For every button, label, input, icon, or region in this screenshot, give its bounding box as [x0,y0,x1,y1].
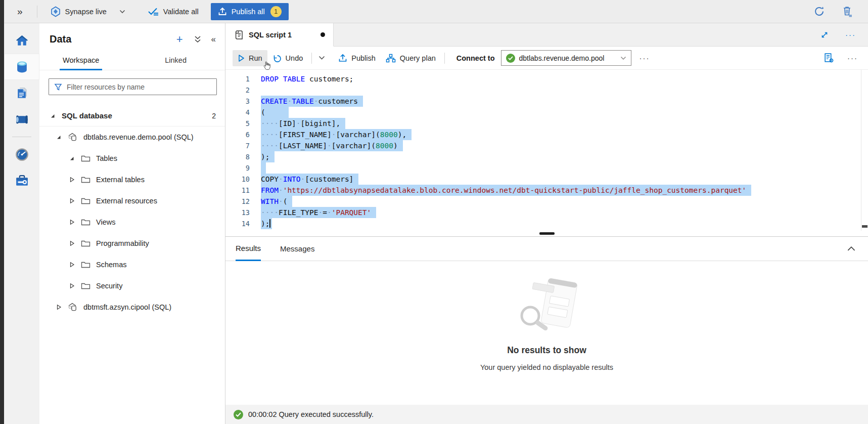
code-line[interactable]: 5····[ID]·[bigint], [225,118,868,129]
tree-item-schemas[interactable]: Schemas [39,254,225,275]
rail-item-manage[interactable] [4,167,39,194]
code-line[interactable]: 3CREATE·TABLE·customers [225,96,868,107]
line-number: 3 [225,96,250,107]
folder-icon [81,261,90,269]
caret-collapsed-icon[interactable] [69,283,75,289]
expand-editor-icon[interactable] [820,30,829,39]
code-line[interactable]: 4( [225,107,868,118]
expand-rail-icon[interactable]: » [17,6,23,17]
caret-collapsed-icon[interactable] [56,304,62,310]
caret-collapsed-icon[interactable] [69,177,75,183]
line-number: 1 [225,73,250,84]
code-line[interactable]: 1DROP TABLE customers; [225,73,868,84]
code-line[interactable]: 9 [225,162,868,174]
line-number: 11 [225,185,250,196]
caret-expanded-icon[interactable] [56,134,62,140]
rail-item-data[interactable] [4,54,39,80]
tree-item-external-resources[interactable]: External resources [39,190,225,211]
sql-pool-icon [68,133,78,142]
script-settings-icon[interactable] [824,53,834,63]
undo-dropdown-chevron-icon[interactable] [315,56,328,60]
tree-label: dbtmsft.azsyn.cipool (SQL) [83,303,171,311]
editor-more-icon[interactable]: ··· [847,54,858,62]
success-check-icon [234,410,243,419]
pool-connected-icon [506,54,515,63]
code-line[interactable]: 6····[FIRST_NAME]·[varchar](8000), [225,129,868,140]
connect-to-pool-dropdown[interactable]: dbtlabs.revenue.demo.pool [501,50,631,66]
undo-button[interactable]: Undo [267,50,308,66]
run-play-icon [238,54,245,62]
code-token: [customers] [305,175,353,183]
tree-item-tables[interactable]: Tables [39,148,225,169]
chevron-down-icon[interactable] [119,10,125,14]
synapse-live-selector[interactable]: Synapse live [47,3,129,20]
command-bar: » Synapse live Validate all Publish all … [0,0,868,23]
tab-sql-script-1[interactable]: SQL script 1 [225,23,334,47]
tree-item-pool-dbtlabs[interactable]: dbtlabs.revenue.demo.pool (SQL) [39,126,225,148]
tree-item-security[interactable]: Security [39,275,225,296]
add-resource-button[interactable]: + [176,34,183,45]
tree-item-views[interactable]: Views [39,211,225,233]
toolbar-more-icon[interactable]: ··· [639,54,650,62]
rail-item-develop[interactable] [4,80,39,106]
data-panel: Data + « Workspace Linked SQ [39,23,225,424]
editor-scrollbar[interactable] [861,70,868,231]
validate-all-button[interactable]: Validate all [143,4,204,19]
tab-linked[interactable]: Linked [162,52,190,70]
code-token: [varchar]( [332,142,376,150]
publish-button[interactable]: Publish [333,50,381,67]
tab-results[interactable]: Results [236,237,261,261]
caret-collapsed-icon[interactable] [69,198,75,204]
collapse-panel-icon[interactable]: « [211,34,216,45]
line-number: 2 [225,84,250,96]
code-token: customers; [305,75,353,83]
caret-expanded-icon[interactable] [69,155,75,161]
toolbox-icon [15,174,29,188]
run-button[interactable]: Run [233,50,267,66]
code-line[interactable]: 10COPY·INTO·[customers] [225,174,868,185]
code-line[interactable]: 13····FILE_TYPE·=·'PARQUET' [225,207,868,218]
editor-results-splitter[interactable] [225,231,868,237]
code-token: ···· [261,142,279,150]
collapse-all-icon[interactable] [194,35,201,44]
rail-item-home[interactable] [4,27,39,54]
caret-collapsed-icon[interactable] [69,219,75,225]
no-results-title: No results to show [507,345,586,356]
rail-item-monitor[interactable] [4,141,39,167]
tree-item-external-tables[interactable]: External tables [39,169,225,190]
line-number: 4 [225,107,250,118]
tree-item-programmability[interactable]: Programmability [39,233,225,254]
splitter-grip[interactable] [539,232,555,235]
code-line[interactable]: 2 [225,84,868,96]
document-icon [16,87,28,100]
code-token: · [314,97,318,105]
sql-pool-icon [68,303,78,312]
results-empty-state: No results to show Your query yielded no… [225,261,868,405]
query-plan-button[interactable]: Query plan [381,50,441,67]
refresh-icon[interactable] [813,6,825,17]
publish-all-button[interactable]: Publish all 1 [211,3,289,20]
tab-workspace[interactable]: Workspace [60,52,102,70]
sql-code-editor[interactable]: 1DROP TABLE customers; 2 3CREATE·TABLE·c… [225,70,868,231]
collapse-results-chevron-icon[interactable] [847,246,856,251]
line-number: 6 [225,129,250,140]
status-message: 00:00:02 Query executed successfully. [248,410,374,418]
discard-all-trash-icon[interactable] [842,6,853,17]
line-number: 7 [225,140,250,151]
tab-messages[interactable]: Messages [280,237,314,261]
code-line[interactable]: 7····[LAST_NAME]·[varchar](8000) [225,140,868,151]
caret-collapsed-icon[interactable] [69,262,75,268]
query-status-bar: 00:00:02 Query executed successfully. [225,405,868,424]
caret-collapsed-icon[interactable] [69,240,75,246]
rail-item-integrate[interactable] [4,106,39,133]
code-line[interactable]: 12WITH·( [225,196,868,207]
caret-expanded-icon[interactable] [50,113,56,119]
more-actions-icon[interactable]: ··· [845,30,856,39]
code-line[interactable]: 11FROM·'https://dbtlabsynapsedatalake.bl… [225,185,868,196]
tree-item-sql-database[interactable]: SQL database 2 [39,105,225,126]
selected-pool-name: dbtlabs.revenue.demo.pool [519,54,616,62]
filter-resources-input[interactable] [67,83,211,91]
code-line[interactable]: 8); [225,151,868,162]
code-line[interactable]: 14); [225,218,868,229]
tree-item-pool-dbtmsft[interactable]: dbtmsft.azsyn.cipool (SQL) [39,296,225,318]
